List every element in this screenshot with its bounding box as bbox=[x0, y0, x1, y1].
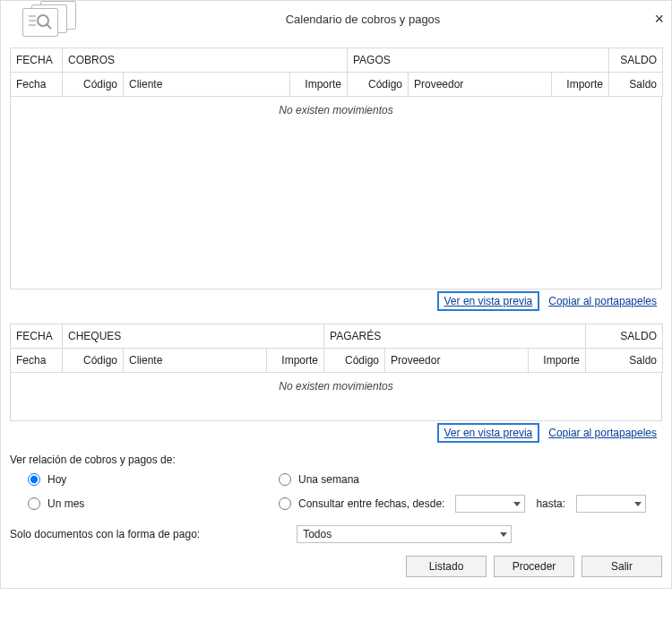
empty-message: No existen movimientos bbox=[279, 104, 392, 117]
date-to[interactable] bbox=[576, 495, 646, 513]
salir-button[interactable]: Salir bbox=[582, 556, 662, 577]
preview-link[interactable]: Ver en vista previa bbox=[439, 293, 538, 309]
radio-entre-input[interactable] bbox=[279, 497, 291, 510]
col-proveedor: Proveedor bbox=[409, 73, 552, 97]
payment-form-row: Solo documentos con la forma de pago: To… bbox=[10, 525, 662, 543]
col-cliente: Cliente bbox=[124, 349, 267, 373]
radio-entre-label: Consultar entre fechas, desde: bbox=[298, 497, 444, 510]
group-saldo: SALDO bbox=[586, 324, 663, 349]
table1-links: Ver en vista previa Copiar al portapapel… bbox=[10, 289, 662, 318]
table2-body: No existen movimientos bbox=[10, 373, 662, 421]
chevron-down-icon bbox=[500, 532, 507, 537]
col-saldo: Saldo bbox=[586, 349, 663, 373]
chevron-down-icon bbox=[513, 502, 521, 506]
dialog-window: Calendario de cobros y pagos × FECHA COB… bbox=[0, 0, 672, 589]
group-saldo: SALDO bbox=[609, 48, 663, 73]
radio-semana-input[interactable] bbox=[279, 473, 291, 486]
payment-form-value: Todos bbox=[303, 528, 332, 540]
group-cheques: CHEQUES bbox=[63, 324, 324, 349]
movements-table-2: FECHA CHEQUES PAGARÉS SALDO Fecha Código… bbox=[10, 324, 663, 373]
payment-form-select[interactable]: Todos bbox=[297, 525, 512, 543]
group-header-row: FECHA CHEQUES PAGARÉS SALDO bbox=[11, 324, 663, 349]
radio-hoy-input[interactable] bbox=[28, 473, 40, 486]
copy-clipboard-link[interactable]: Copiar al portapapeles bbox=[543, 425, 662, 441]
copy-clipboard-link[interactable]: Copiar al portapapeles bbox=[543, 293, 662, 309]
col-importe-pagares: Importe bbox=[529, 349, 586, 373]
col-importe-pagos: Importe bbox=[552, 73, 609, 97]
group-cobros: COBROS bbox=[63, 48, 348, 73]
col-cliente: Cliente bbox=[124, 73, 290, 97]
dialog-title: Calendario de cobros y pagos bbox=[89, 13, 637, 26]
date-from[interactable] bbox=[455, 495, 525, 513]
col-importe-cheques: Importe bbox=[267, 349, 324, 373]
radio-semana[interactable]: Una semana bbox=[279, 473, 662, 486]
dialog-content: FECHA COBROS PAGOS SALDO Fecha Código Cl… bbox=[1, 37, 671, 588]
col-fecha: Fecha bbox=[11, 349, 63, 373]
radio-mes-input[interactable] bbox=[28, 497, 40, 510]
table1-body: No existen movimientos bbox=[10, 97, 662, 289]
radio-mes-label: Un mes bbox=[47, 497, 84, 510]
dialog-buttons: Listado Proceder Salir bbox=[10, 543, 662, 579]
radio-hoy[interactable]: Hoy bbox=[28, 473, 279, 486]
preview-link[interactable]: Ver en vista previa bbox=[439, 425, 538, 441]
column-header-row: Fecha Código Cliente Importe Código Prov… bbox=[11, 73, 663, 97]
col-codigo-pagos: Código bbox=[348, 73, 409, 97]
close-icon[interactable]: × bbox=[637, 10, 664, 29]
column-header-row: Fecha Código Cliente Importe Código Prov… bbox=[11, 349, 663, 373]
hasta-label: hasta: bbox=[536, 497, 565, 510]
radio-hoy-label: Hoy bbox=[47, 473, 66, 486]
group-fecha: FECHA bbox=[11, 324, 63, 349]
listado-button[interactable]: Listado bbox=[406, 556, 487, 577]
chevron-down-icon bbox=[634, 502, 642, 506]
group-header-row: FECHA COBROS PAGOS SALDO bbox=[11, 48, 663, 73]
col-importe-cobros: Importe bbox=[290, 73, 348, 97]
filter-title: Ver relación de cobros y pagos de: bbox=[10, 454, 662, 466]
col-fecha: Fecha bbox=[11, 73, 63, 97]
empty-message: No existen movimientos bbox=[279, 380, 392, 393]
movements-table-1: FECHA COBROS PAGOS SALDO Fecha Código Cl… bbox=[10, 48, 663, 97]
title-bar: Calendario de cobros y pagos × bbox=[1, 1, 671, 37]
radio-semana-label: Una semana bbox=[298, 473, 359, 486]
group-pagares: PAGARÉS bbox=[324, 324, 586, 349]
svg-line-4 bbox=[47, 24, 51, 29]
proceder-button[interactable]: Proceder bbox=[494, 556, 574, 577]
radio-mes[interactable]: Un mes bbox=[28, 495, 279, 513]
payment-form-label: Solo documentos con la forma de pago: bbox=[10, 528, 200, 540]
col-codigo-cheques: Código bbox=[63, 349, 124, 373]
filter-controls: Ver relación de cobros y pagos de: Hoy U… bbox=[10, 450, 662, 543]
col-proveedor: Proveedor bbox=[385, 349, 529, 373]
col-codigo-cobros: Código bbox=[63, 73, 124, 97]
group-pagos: PAGOS bbox=[348, 48, 609, 73]
magnifier-icon bbox=[27, 12, 54, 34]
radio-entre-fechas-row: Consultar entre fechas, desde: hasta: bbox=[279, 495, 662, 513]
col-codigo-pagares: Código bbox=[324, 349, 385, 373]
table2-links: Ver en vista previa Copiar al portapapel… bbox=[10, 421, 662, 450]
group-fecha: FECHA bbox=[11, 48, 63, 73]
col-saldo: Saldo bbox=[609, 73, 663, 97]
app-icon bbox=[8, 1, 89, 37]
